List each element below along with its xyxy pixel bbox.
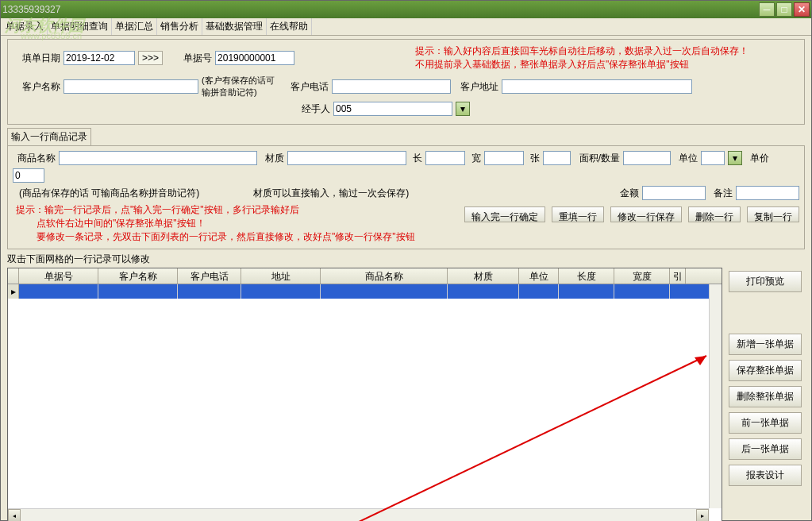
product-hint-3: 要修改一条记录，先双击下面列表的一行记录，然后直接修改，改好点"修改一行保存"按… <box>37 230 464 244</box>
title-text: 13335939327 <box>2 4 759 15</box>
area-input[interactable] <box>623 151 671 165</box>
unit-input[interactable] <box>701 151 725 165</box>
product-hint-1: 提示：输完一行记录后，点"输入完一行确定"按钮，多行记录输好后 <box>16 203 464 217</box>
refill-row-button[interactable]: 重填一行 <box>552 206 604 222</box>
col-length[interactable]: 长度 <box>559 268 614 284</box>
menu-basedata[interactable]: 基础数据管理 <box>202 18 267 35</box>
col-address[interactable]: 地址 <box>241 268 321 284</box>
length-input[interactable] <box>425 151 465 165</box>
scroll-right-icon[interactable]: ▸ <box>696 509 709 521</box>
handler-input[interactable] <box>333 102 452 116</box>
svg-marker-1 <box>695 356 706 365</box>
date-label: 填单日期 <box>13 52 60 65</box>
customer-hint: (客户有保存的话可输拼音助记符) <box>202 75 281 98</box>
vertical-scrollbar[interactable] <box>709 284 722 508</box>
date-picker-button[interactable]: >>> <box>138 51 163 65</box>
material-hint: 材质可以直接输入，输过一次会保存) <box>253 187 409 200</box>
prodname-hint: (商品有保存的话 可输商品名称拼音助记符) <box>19 187 199 200</box>
length-label: 长 <box>410 152 422 165</box>
product-section-title: 输入一行商品记录 <box>7 128 91 145</box>
data-grid[interactable]: 单据号 客户名称 客户电话 地址 商品名称 材质 单位 长度 宽度 引 ▸ <box>7 268 722 521</box>
docno-input[interactable] <box>215 51 294 65</box>
prodname-label: 商品名称 <box>13 152 56 165</box>
grid-title: 双击下面网格的一行记录可以修改 <box>7 251 805 268</box>
horizontal-scrollbar[interactable]: ◂ ▸ <box>8 508 709 521</box>
next-doc-button[interactable]: 后一张单据 <box>729 438 802 460</box>
report-design-button[interactable]: 报表设计 <box>729 465 802 486</box>
col-more[interactable]: 引 <box>670 268 686 284</box>
material-label: 材质 <box>260 152 284 165</box>
price-input[interactable] <box>13 168 44 183</box>
menubar: 单据录入 单据明细查询 单据汇总 销售分析 基础数据管理 在线帮助 <box>1 18 811 36</box>
save-doc-button[interactable]: 保存整张单据 <box>729 360 802 381</box>
width-label: 宽 <box>468 152 481 165</box>
customer-label: 客户名称 <box>13 80 60 94</box>
handler-dropdown-icon[interactable]: ▾ <box>456 102 470 116</box>
docno-label: 单据号 <box>172 52 212 65</box>
area-label: 面积/数量 <box>574 152 620 165</box>
delete-doc-button[interactable]: 删除整张单据 <box>729 386 802 407</box>
close-button[interactable]: ✕ <box>794 2 810 17</box>
col-customer[interactable]: 客户名称 <box>98 268 178 284</box>
print-preview-button[interactable]: 打印预览 <box>729 271 802 292</box>
menu-analysis[interactable]: 销售分析 <box>157 18 202 35</box>
copy-row-button[interactable]: 复制一行 <box>747 206 799 222</box>
phone-label: 客户电话 <box>284 80 329 94</box>
col-phone[interactable]: 客户电话 <box>178 268 241 284</box>
minimize-button[interactable]: ─ <box>759 2 775 17</box>
address-input[interactable] <box>502 79 692 94</box>
hint-line-1: 提示：输入好内容后直接回车光标自动往后移动，数据录入过一次后自动保存！ <box>415 44 749 58</box>
product-hint-2: 点软件右边中间的"保存整张单据"按钮！ <box>37 217 464 230</box>
col-docno[interactable]: 单据号 <box>19 268 98 284</box>
sheets-input[interactable] <box>543 151 571 165</box>
row-indicator-icon: ▸ <box>8 284 19 299</box>
menu-entry[interactable]: 单据录入 <box>2 18 48 35</box>
customer-input[interactable] <box>63 79 198 94</box>
date-input[interactable] <box>63 51 135 65</box>
address-label: 客户地址 <box>454 80 498 94</box>
handler-label: 经手人 <box>286 102 330 116</box>
menu-summary[interactable]: 单据汇总 <box>112 18 157 35</box>
width-input[interactable] <box>484 151 524 165</box>
prodname-input[interactable] <box>59 151 257 165</box>
hint-line-2: 不用提前录入基础数据，整张单据录入好后点"保存整张单据"按钮 <box>415 58 749 71</box>
delete-row-button[interactable]: 删除一行 <box>688 206 741 222</box>
menu-query[interactable]: 单据明细查询 <box>48 18 112 35</box>
maximize-button[interactable]: □ <box>776 2 792 17</box>
material-input[interactable] <box>287 151 406 165</box>
confirm-row-button[interactable]: 输入完一行确定 <box>464 206 545 222</box>
menu-help[interactable]: 在线帮助 <box>267 18 312 35</box>
grid-selected-row[interactable]: ▸ <box>8 284 722 299</box>
remark-label: 备注 <box>709 187 733 200</box>
col-product[interactable]: 商品名称 <box>321 268 448 284</box>
amount-input[interactable] <box>642 186 706 200</box>
product-form: 商品名称 材质 长 宽 张 面积/数量 单位 ▾ 单价 (商品有保 <box>7 145 805 249</box>
remark-input[interactable] <box>736 186 799 200</box>
titlebar: 13335939327 ─ □ ✕ <box>1 1 811 18</box>
phone-input[interactable] <box>332 79 451 94</box>
unit-dropdown-icon[interactable]: ▾ <box>728 151 742 165</box>
col-material[interactable]: 材质 <box>448 268 519 284</box>
scroll-left-icon[interactable]: ◂ <box>8 509 21 521</box>
col-width[interactable]: 宽度 <box>614 268 670 284</box>
header-form: 填单日期 >>> 单据号 提示：输入好内容后直接回车光标自动往后移动，数据录入过… <box>7 39 805 125</box>
sheets-label: 张 <box>527 152 540 165</box>
unit-label: 单位 <box>674 152 698 165</box>
prev-doc-button[interactable]: 前一张单据 <box>729 412 802 434</box>
col-unit[interactable]: 单位 <box>519 268 559 284</box>
new-doc-button[interactable]: 新增一张单据 <box>729 334 802 355</box>
side-button-panel: 打印预览 新增一张单据 保存整张单据 删除整张单据 前一张单据 后一张单据 报表… <box>725 268 805 521</box>
save-row-button[interactable]: 修改一行保存 <box>610 206 682 222</box>
price-label: 单价 <box>745 152 769 165</box>
svg-line-0 <box>357 356 706 521</box>
amount-label: 金额 <box>615 187 639 200</box>
